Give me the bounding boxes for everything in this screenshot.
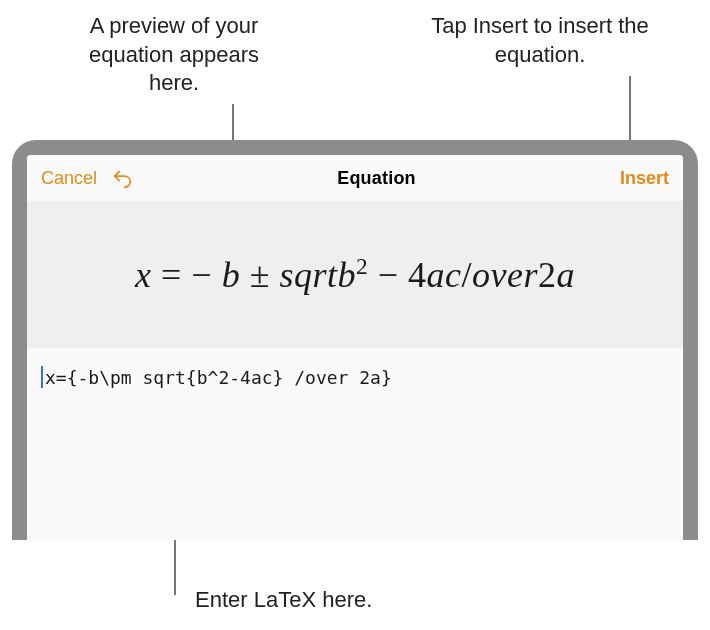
nav-left-group: Cancel xyxy=(41,167,133,189)
equation-preview-pane: x = − b ± sqrtb2 − 4ac/over2a xyxy=(27,201,683,348)
text-cursor xyxy=(41,366,43,388)
equation-preview: x = − b ± sqrtb2 − 4ac/over2a xyxy=(135,253,575,296)
device-frame: Cancel Equation Insert x = − b ± sqrtb2 … xyxy=(12,140,698,540)
equation-editor-panel: Cancel Equation Insert x = − b ± sqrtb2 … xyxy=(27,155,683,540)
annotation-preview: A preview of your equation appears here. xyxy=(74,12,274,98)
nav-bar: Cancel Equation Insert xyxy=(27,155,683,201)
annotation-latex: Enter LaTeX here. xyxy=(195,587,372,613)
annotation-insert: Tap Insert to insert the equation. xyxy=(420,12,660,69)
top-annotation-row: A preview of your equation appears here.… xyxy=(0,12,710,132)
latex-input-row[interactable] xyxy=(27,348,683,388)
panel-title: Equation xyxy=(337,168,416,189)
cancel-button[interactable]: Cancel xyxy=(41,168,97,189)
latex-input[interactable] xyxy=(45,367,669,388)
insert-button[interactable]: Insert xyxy=(620,168,669,189)
undo-icon[interactable] xyxy=(111,167,133,189)
